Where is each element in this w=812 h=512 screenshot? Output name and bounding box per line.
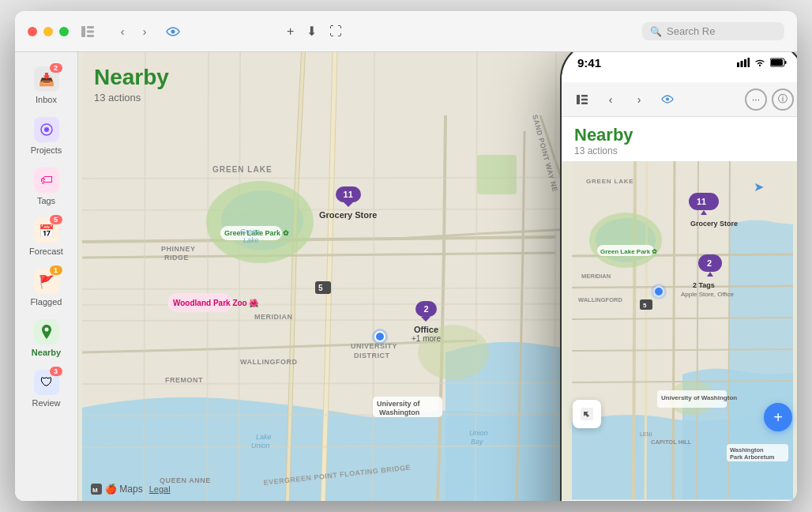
phone-time: 9:41 — [577, 56, 601, 70]
svg-text:5: 5 — [318, 284, 323, 292]
svg-text:LENI: LENI — [640, 431, 652, 437]
minimize-button[interactable] — [43, 27, 53, 36]
svg-text:MERIDIAN: MERIDIAN — [254, 313, 293, 321]
legal-link[interactable]: Legal — [149, 484, 171, 494]
svg-text:GREEN LAKE: GREEN LAKE — [586, 178, 633, 185]
phone-map-subtitle: 13 actions — [574, 145, 791, 156]
view-toggle[interactable] — [164, 22, 182, 41]
svg-text:DISTRICT: DISTRICT — [354, 352, 390, 360]
svg-text:Lake: Lake — [243, 236, 259, 244]
svg-point-4 — [171, 29, 175, 33]
svg-text:WALLINGFORD: WALLINGFORD — [240, 358, 298, 366]
svg-text:Union: Union — [251, 442, 270, 450]
svg-text:11: 11 — [697, 197, 706, 206]
search-bar[interactable]: 🔍 Search Re — [642, 22, 784, 40]
svg-rect-3 — [87, 35, 94, 37]
nearby-icon — [34, 319, 59, 344]
inbox-badge: 2 — [50, 63, 62, 73]
toolbar-actions: + ⬇ ⛶ — [287, 24, 342, 39]
svg-text:Washington: Washington — [379, 408, 419, 416]
add-button[interactable]: + — [287, 24, 294, 39]
phone-status-bar: 9:41 — [562, 52, 797, 82]
svg-text:Grocery Store: Grocery Store — [690, 220, 738, 228]
svg-point-81 — [651, 284, 667, 299]
wifi-icon — [754, 58, 765, 67]
svg-rect-44 — [748, 58, 750, 67]
current-location-dot — [374, 331, 385, 342]
svg-text:Apple Store, Office: Apple Store, Office — [681, 291, 735, 298]
svg-text:2: 2 — [707, 258, 712, 268]
svg-rect-41 — [737, 62, 739, 67]
tags-icon: 🏷 — [34, 168, 59, 193]
inbox-icon: 📥 2 — [34, 66, 59, 92]
svg-text:Green Lake Park ✿: Green Lake Park ✿ — [600, 248, 657, 255]
download-button[interactable]: ⬇ — [306, 24, 317, 39]
svg-rect-47 — [785, 61, 787, 64]
phone-location-button[interactable] — [573, 400, 601, 428]
flagged-badge: 1 — [50, 265, 62, 275]
phone-status-icons — [737, 58, 788, 67]
sidebar-label-nearby: Nearby — [32, 348, 61, 357]
pin-sublabel-office: +1 more — [412, 334, 441, 343]
svg-rect-0 — [81, 26, 85, 37]
sidebar-label-tags: Tags — [37, 196, 55, 205]
map-attribution: M 🍎 Maps Legal — [91, 484, 171, 495]
map-subtitle: 13 actions — [94, 92, 781, 104]
back-button[interactable]: ‹ — [113, 22, 132, 41]
svg-text:CAPITOL HILL: CAPITOL HILL — [651, 439, 692, 446]
svg-text:Union: Union — [469, 429, 488, 437]
svg-point-45 — [759, 65, 761, 66]
svg-text:GREEN LAKE: GREEN LAKE — [212, 165, 273, 174]
close-button[interactable] — [28, 27, 37, 36]
sidebar-item-inbox[interactable]: 📥 2 Inbox — [20, 62, 73, 109]
sidebar-item-review[interactable]: 🛡 3 Review — [20, 365, 73, 412]
svg-text:Bay: Bay — [471, 438, 483, 446]
svg-point-10 — [206, 181, 314, 263]
svg-point-6 — [44, 127, 49, 132]
svg-point-56 — [589, 213, 662, 268]
svg-rect-2 — [87, 30, 94, 32]
svg-text:WALLINGFORD: WALLINGFORD — [578, 296, 622, 303]
sidebar-item-flagged[interactable]: 🚩 1 Flagged — [20, 264, 73, 311]
pin-bubble-grocery: 11 — [336, 186, 361, 202]
svg-rect-42 — [741, 61, 743, 67]
fullscreen-button[interactable]: ⛶ — [329, 24, 342, 39]
sidebar-label-inbox: Inbox — [36, 95, 57, 104]
phone-map-area: Green Lake Park ✿ GREEN LAKE MERIDIAN WA… — [562, 161, 797, 501]
svg-text:Washington: Washington — [730, 446, 764, 454]
main-window: ‹ › + ⬇ ⛶ 🔍 Search Re 📥 2 — [15, 11, 797, 501]
review-badge: 3 — [50, 367, 62, 376]
search-placeholder: Search Re — [667, 25, 715, 37]
sidebar-item-tags[interactable]: 🏷 Tags — [20, 163, 73, 210]
forecast-icon: 📅 5 — [34, 218, 59, 243]
maximize-button[interactable] — [59, 27, 69, 36]
nav-buttons: ‹ › — [113, 22, 154, 41]
pin-office[interactable]: 2 Office +1 more — [412, 301, 441, 343]
sidebar-item-nearby[interactable]: Nearby — [20, 314, 73, 362]
svg-text:Lake: Lake — [256, 433, 272, 441]
sidebar-label-forecast: Forecast — [29, 247, 63, 256]
svg-text:5: 5 — [643, 302, 647, 309]
review-icon: 🛡 3 — [34, 370, 59, 395]
svg-text:UNIVERSITY: UNIVERSITY — [351, 342, 397, 350]
sidebar-toggle[interactable] — [78, 22, 97, 41]
svg-rect-48 — [771, 59, 783, 66]
svg-text:University of Washington: University of Washington — [661, 394, 737, 401]
pin-label-office: Office — [414, 325, 438, 334]
flagged-icon: 🚩 1 — [34, 269, 59, 294]
svg-text:M: M — [92, 487, 98, 494]
svg-text:Green: Green — [240, 228, 260, 235]
phone-map-header: Nearby 13 actions — [562, 117, 797, 161]
phone-add-button[interactable]: + — [764, 403, 792, 431]
phone-mockup: 9:41 — [560, 52, 797, 501]
svg-text:PHINNEY: PHINNEY — [161, 245, 196, 253]
forward-button[interactable]: › — [135, 22, 154, 41]
traffic-lights — [28, 27, 69, 36]
sidebar-label-review: Review — [32, 398, 60, 408]
forecast-badge: 5 — [50, 215, 62, 224]
sidebar-item-forecast[interactable]: 📅 5 Forecast — [20, 213, 73, 261]
pin-grocery[interactable]: 11 Grocery Store — [319, 186, 377, 220]
sidebar-item-projects[interactable]: Projects — [20, 112, 73, 160]
phone-tab-bar: 📥 2 Inbox — [562, 499, 797, 501]
svg-point-7 — [44, 328, 48, 332]
